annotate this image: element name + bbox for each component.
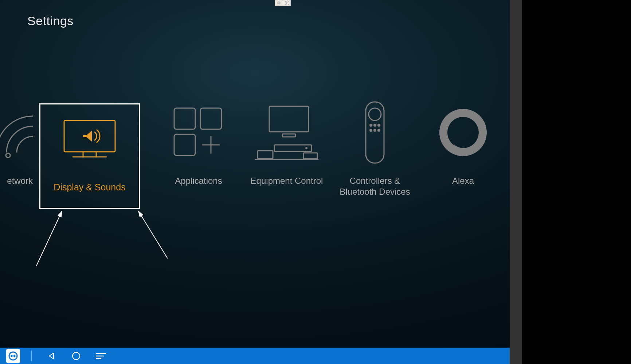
svg-point-23 [373, 129, 376, 132]
svg-point-24 [377, 129, 380, 132]
wifi-icon [0, 103, 33, 162]
tile-controllers-bluetooth-label: Controllers & Bluetooth Devices [335, 175, 415, 197]
right-black-panel [522, 0, 631, 364]
svg-rect-10 [269, 106, 309, 132]
svg-point-0 [6, 153, 10, 158]
bottom-navbar [0, 348, 510, 364]
remote-icon [331, 103, 419, 162]
svg-rect-35 [12, 355, 14, 356]
svg-point-36 [72, 352, 80, 360]
svg-rect-15 [303, 153, 317, 159]
tv-screen: Settings etwork [0, 0, 510, 364]
svg-line-29 [138, 211, 168, 258]
home-button[interactable] [69, 349, 83, 363]
svg-point-20 [373, 124, 376, 127]
navbar-divider [31, 351, 32, 361]
tile-applications-label: Applications [175, 175, 222, 186]
right-gray-gap [510, 0, 522, 364]
annotation-arrows [29, 204, 182, 269]
tile-applications[interactable]: Applications [154, 103, 243, 186]
svg-line-28 [36, 211, 62, 266]
svg-point-21 [377, 124, 380, 127]
svg-point-19 [369, 124, 372, 127]
svg-rect-5 [174, 108, 195, 129]
settings-carousel[interactable]: etwork [0, 103, 510, 209]
teamviewer-icon [6, 349, 20, 363]
svg-rect-6 [200, 108, 222, 129]
tile-equipment-control-label: Equipment Control [251, 175, 323, 186]
top-overlay-widget[interactable] [275, 0, 291, 6]
tile-alexa[interactable]: Alexa [419, 103, 507, 186]
svg-rect-17 [366, 102, 384, 163]
tile-network-label: etwork [7, 175, 33, 186]
svg-rect-7 [174, 134, 195, 155]
recent-icon [95, 352, 106, 360]
alexa-icon [419, 103, 507, 162]
tile-controllers-bluetooth[interactable]: Controllers & Bluetooth Devices [331, 103, 419, 197]
selection-highlight: Display & Sounds [39, 103, 140, 209]
tile-display-sounds-label: Display & Sounds [54, 182, 125, 193]
back-icon [47, 352, 56, 360]
overlay-cell-2[interactable] [283, 0, 291, 5]
svg-point-22 [369, 129, 372, 132]
equipment-control-icon [243, 103, 331, 162]
tile-equipment-control[interactable]: Equipment Control [243, 103, 331, 186]
svg-rect-14 [258, 151, 273, 159]
recent-apps-button[interactable] [94, 349, 108, 363]
svg-point-13 [305, 147, 307, 149]
display-sounds-icon [40, 114, 139, 165]
svg-rect-11 [282, 134, 295, 137]
tile-alexa-label: Alexa [452, 175, 474, 186]
back-button[interactable] [44, 349, 59, 363]
overlay-cell-1[interactable] [275, 0, 283, 5]
page-title: Settings [27, 14, 74, 28]
home-circle-icon [71, 351, 81, 361]
tile-network[interactable]: etwork [0, 103, 33, 186]
teamviewer-button[interactable] [6, 349, 20, 363]
tile-display-sounds[interactable]: Display & Sounds [39, 103, 140, 209]
applications-icon [154, 103, 243, 162]
svg-point-18 [369, 108, 381, 120]
